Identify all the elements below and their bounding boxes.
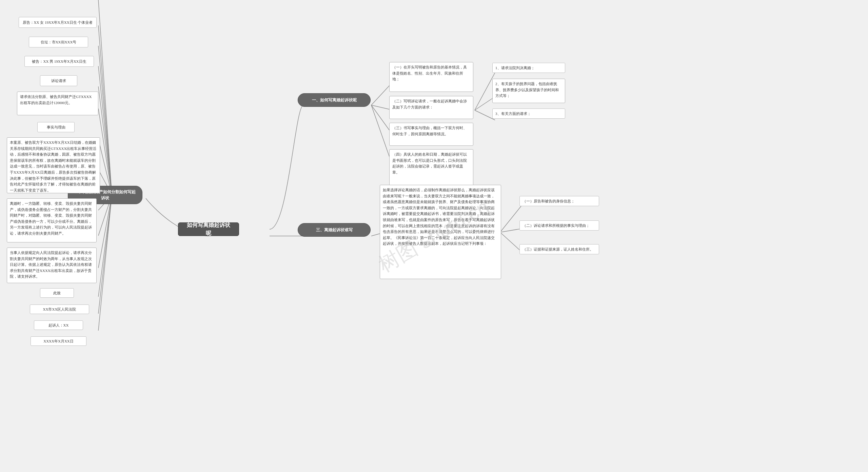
svg-line-13 bbox=[98, 0, 112, 195]
left-node-1: 原告：XX 女 19XX年X月XX日生 个体业者 bbox=[19, 17, 97, 28]
rb1-node-1: （一）在开头写明被告和原告的基本情况，具体是指姓名、性别、出生年月、民族和住所地… bbox=[389, 62, 473, 92]
right-branch1-title: 一、如何写离婚起诉状呢 bbox=[298, 93, 371, 107]
rb1-sub-3: 3、有关方面的请求； bbox=[492, 109, 565, 119]
left-end-2: XX市XX区人民法院 bbox=[30, 304, 89, 314]
svg-line-24 bbox=[500, 232, 522, 252]
left-end-3: 起诉人：XX bbox=[34, 320, 83, 330]
left-node-4: 诉讼请求 bbox=[40, 75, 77, 86]
svg-line-23 bbox=[500, 229, 522, 232]
rb1-node-2: （二）写明诉讼请求，一般在起诉离婚中会涉及如下几个方面的请求： bbox=[389, 96, 473, 119]
svg-line-3 bbox=[98, 86, 112, 195]
svg-line-0 bbox=[98, 25, 112, 195]
svg-line-9 bbox=[98, 195, 112, 268]
rb2-sub-2: （二）诉讼请求和所根据的事实与理由； bbox=[519, 220, 599, 231]
left-end-4: XXXX年X月XX日 bbox=[31, 336, 86, 346]
center-node: 如何写离婚起诉状呢 bbox=[178, 222, 239, 236]
mindmap-container: 如何写离婚起诉状呢 二、离婚后财产如何分割如何写起诉状 原告：XX 女 19XX… bbox=[0, 0, 868, 472]
left-claim-text: 当事人依据规定向人民法院提起诉讼，请求再次分割夫妻共同财产的时效为两年，从当事人… bbox=[7, 248, 97, 283]
left-node-3: 被告：XX 男 19XX年X月XX日生 bbox=[24, 56, 94, 67]
rb2-text: 如果选择诉讼离婚的话，必须制作离婚起诉状那么，离婚起诉状应该由谁来写呢？一般来说… bbox=[380, 185, 501, 279]
left-node-2: 住址：市XX街XXX号 bbox=[29, 37, 88, 47]
svg-line-18 bbox=[475, 73, 495, 110]
rb2-sub-3: （三）证据和证据来源，证人姓名和住所。 bbox=[519, 244, 599, 254]
rb1-sub-1: 1、请求法院判决离婚； bbox=[492, 63, 565, 73]
svg-line-12 bbox=[98, 195, 112, 331]
left-fact-label: 事实与理由 bbox=[37, 122, 75, 132]
left-middle-text: 请求依法分割原、被告共同财产迁GTXXXX出租车的出卖款总计120000元。 bbox=[17, 92, 98, 115]
rb1-node-4: （四）具状人的姓名和日期，离婚起诉状可以是书面形式，也可以是口头形式，口头到法院… bbox=[389, 149, 473, 186]
left-bottom-text: 离婚时，一方隐匿、转移、变卖、毁损夫妻共同财产，或伪造债务企图侵占一方财产的，分… bbox=[7, 198, 97, 242]
rb1-sub-2: 2、有关孩子的抚养问题，包括由谁抚养、抚养费多少以及探望孩子的时间和方式等； bbox=[492, 79, 565, 103]
rb1-node-3: （三）书写事实与理由，概括一下双方何时、何时生子，因何原因离婚等情况。 bbox=[389, 123, 473, 146]
left-fact-text: 本案原、被告双方于XXXX年X月XX日结婚，在婚姻关系存续期间共同购买迁GTXX… bbox=[7, 137, 100, 193]
svg-line-10 bbox=[98, 195, 112, 297]
left-end-1: 此致 bbox=[40, 288, 74, 298]
svg-line-2 bbox=[98, 66, 112, 195]
rb2-sub-1: （一）原告和被告的身份信息； bbox=[519, 196, 599, 206]
svg-line-20 bbox=[475, 110, 495, 120]
svg-line-22 bbox=[500, 205, 522, 232]
svg-line-19 bbox=[475, 97, 495, 110]
svg-line-4 bbox=[98, 109, 112, 195]
right-branch2-title: 三、离婚起诉状谁写 bbox=[298, 223, 371, 237]
svg-line-1 bbox=[98, 46, 112, 195]
svg-line-11 bbox=[98, 195, 112, 314]
